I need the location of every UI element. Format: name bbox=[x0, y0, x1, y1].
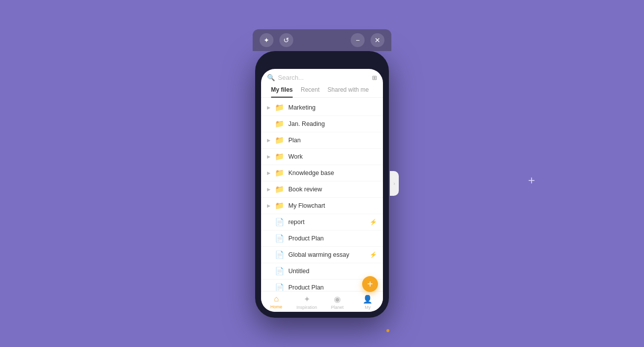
nav-home[interactable]: ⌂ Home bbox=[261, 294, 292, 310]
minimize-icon: − bbox=[356, 36, 360, 44]
file-name: report bbox=[288, 219, 366, 226]
background-dot bbox=[386, 329, 389, 332]
nav-my[interactable]: 👤 My bbox=[353, 294, 383, 310]
search-placeholder: Search... bbox=[278, 74, 304, 81]
bottom-navigation: ⌂ Home ✦ Inspiration ◉ Planet 👤 My bbox=[261, 291, 383, 312]
file-list: ▶ 📁 Marketing 📁 Jan. Reading ▶ 📁 Plan ▶ bbox=[261, 98, 383, 291]
file-name: Product Plan bbox=[288, 235, 377, 242]
list-item[interactable]: ▶ 📁 My Flowchart bbox=[261, 198, 383, 214]
folder-icon: 📁 bbox=[275, 185, 284, 194]
list-item[interactable]: 📄 Global warming essay ⚡ bbox=[261, 247, 383, 263]
folder-icon: 📁 bbox=[275, 201, 284, 210]
window-toolbar: ✦ ↺ − ✕ bbox=[253, 29, 391, 51]
folder-icon: 📁 bbox=[275, 169, 284, 177]
chevron-icon: ▶ bbox=[267, 203, 271, 208]
nav-my-label: My bbox=[365, 305, 371, 310]
share-badge: ⚡ bbox=[370, 219, 377, 226]
list-item[interactable]: ▶ 📁 Book review bbox=[261, 181, 383, 198]
list-item[interactable]: ▶ 📁 Plan bbox=[261, 132, 383, 149]
folder-icon: 📁 bbox=[275, 119, 284, 128]
tab-my-files[interactable]: My files bbox=[267, 84, 297, 95]
nav-inspiration[interactable]: ✦ Inspiration bbox=[292, 294, 322, 310]
chevron-icon: ▶ bbox=[267, 105, 271, 110]
background-plus-icon: + bbox=[528, 174, 535, 187]
phone-screen: 🔍 Search... ⊞ My files Recent Shared wit… bbox=[261, 69, 383, 312]
file-name: Knowledge base bbox=[288, 170, 377, 176]
file-name: My Flowchart bbox=[288, 202, 377, 209]
folder-icon: 📁 bbox=[275, 152, 284, 161]
file-name: Jan. Reading bbox=[288, 120, 377, 127]
my-icon: 👤 bbox=[363, 294, 373, 304]
search-input-area[interactable]: 🔍 Search... bbox=[267, 74, 372, 81]
doc-icon: 📄 bbox=[275, 250, 284, 259]
nav-inspiration-label: Inspiration bbox=[296, 305, 317, 310]
list-item[interactable]: ▶ 📁 Knowledge base bbox=[261, 165, 383, 181]
side-handle[interactable]: › bbox=[390, 171, 399, 196]
search-icon: 🔍 bbox=[267, 74, 275, 81]
close-icon: ✕ bbox=[375, 36, 380, 44]
tab-shared[interactable]: Shared with me bbox=[323, 84, 373, 95]
folder-icon: 📁 bbox=[275, 136, 284, 145]
nav-planet-label: Planet bbox=[331, 305, 344, 310]
history-icon: ↺ bbox=[283, 36, 289, 44]
search-bar: 🔍 Search... ⊞ bbox=[261, 69, 383, 84]
list-item[interactable]: 📄 report ⚡ bbox=[261, 214, 383, 231]
chevron-icon: ▶ bbox=[267, 138, 271, 143]
list-item[interactable]: ▶ 📁 Work bbox=[261, 149, 383, 165]
history-button[interactable]: ↺ bbox=[279, 33, 293, 47]
close-button[interactable]: ✕ bbox=[371, 33, 384, 47]
list-item[interactable]: 📄 Product Plan bbox=[261, 231, 383, 247]
file-name: Book review bbox=[288, 186, 377, 193]
chevron-icon: ▶ bbox=[267, 187, 271, 192]
file-name: Work bbox=[288, 153, 377, 160]
file-name: Untitled bbox=[288, 268, 377, 275]
minimize-button[interactable]: − bbox=[351, 33, 365, 47]
file-name: Marketing bbox=[288, 104, 377, 111]
folder-icon: 📁 bbox=[275, 103, 284, 112]
planet-icon: ◉ bbox=[334, 294, 341, 304]
share-badge: ⚡ bbox=[370, 251, 377, 258]
tab-recent[interactable]: Recent bbox=[297, 84, 323, 95]
list-item[interactable]: ▶ 📁 Marketing bbox=[261, 100, 383, 116]
list-item[interactable]: 📄 Untitled bbox=[261, 263, 383, 280]
grid-view-icon[interactable]: ⊞ bbox=[372, 74, 377, 81]
doc-icon: 📄 bbox=[275, 218, 284, 227]
star-icon: ✦ bbox=[264, 36, 269, 44]
file-tabs: My files Recent Shared with me bbox=[261, 84, 383, 98]
phone-frame: 🔍 Search... ⊞ My files Recent Shared wit… bbox=[255, 51, 389, 318]
doc-icon: 📄 bbox=[275, 267, 284, 276]
inspiration-icon: ✦ bbox=[304, 294, 310, 304]
doc-icon: 📄 bbox=[275, 234, 284, 243]
file-name: Plan bbox=[288, 137, 377, 144]
app-window: ✦ ↺ − ✕ 🔍 Search... ⊞ My file bbox=[253, 29, 391, 318]
chevron-icon: ▶ bbox=[267, 171, 271, 175]
list-item[interactable]: 📁 Jan. Reading bbox=[261, 116, 383, 132]
chevron-icon: ▶ bbox=[267, 154, 271, 159]
file-name: Global warming essay bbox=[288, 251, 366, 258]
nav-home-label: Home bbox=[270, 304, 282, 309]
nav-planet[interactable]: ◉ Planet bbox=[322, 294, 353, 310]
home-icon: ⌂ bbox=[274, 294, 279, 303]
phone-notch bbox=[302, 57, 342, 67]
fab-button[interactable]: + bbox=[362, 276, 378, 292]
star-button[interactable]: ✦ bbox=[260, 33, 273, 47]
doc-icon: 📄 bbox=[275, 283, 284, 291]
